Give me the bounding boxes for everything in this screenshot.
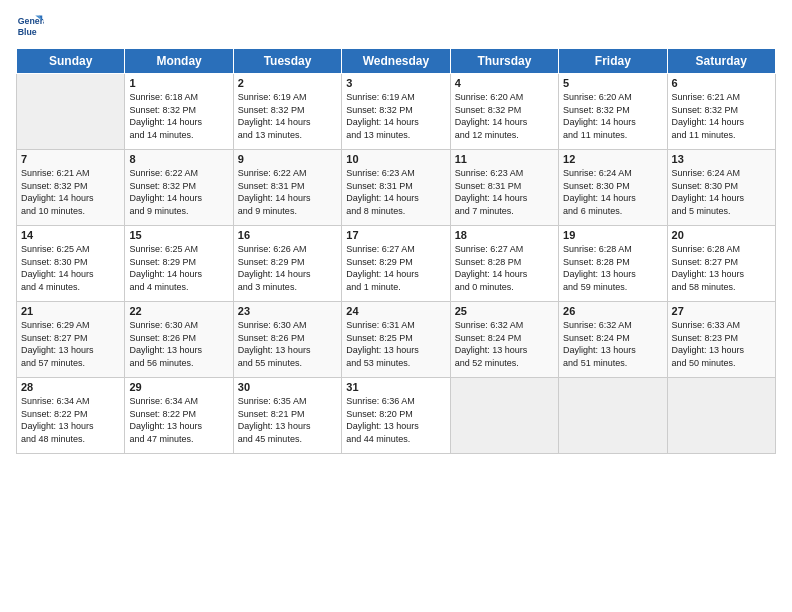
cell-content: Sunrise: 6:28 AM Sunset: 8:27 PM Dayligh…	[672, 243, 771, 293]
calendar-cell: 23Sunrise: 6:30 AM Sunset: 8:26 PM Dayli…	[233, 302, 341, 378]
calendar-cell	[559, 378, 667, 454]
calendar-cell: 2Sunrise: 6:19 AM Sunset: 8:32 PM Daylig…	[233, 74, 341, 150]
date-number: 22	[129, 305, 228, 317]
date-number: 8	[129, 153, 228, 165]
calendar-day-header: Friday	[559, 49, 667, 74]
cell-content: Sunrise: 6:26 AM Sunset: 8:29 PM Dayligh…	[238, 243, 337, 293]
calendar-cell: 13Sunrise: 6:24 AM Sunset: 8:30 PM Dayli…	[667, 150, 775, 226]
header: General Blue	[16, 12, 776, 40]
calendar-cell: 16Sunrise: 6:26 AM Sunset: 8:29 PM Dayli…	[233, 226, 341, 302]
calendar-cell: 30Sunrise: 6:35 AM Sunset: 8:21 PM Dayli…	[233, 378, 341, 454]
cell-content: Sunrise: 6:21 AM Sunset: 8:32 PM Dayligh…	[21, 167, 120, 217]
svg-text:Blue: Blue	[18, 27, 37, 37]
cell-content: Sunrise: 6:25 AM Sunset: 8:30 PM Dayligh…	[21, 243, 120, 293]
calendar-cell: 26Sunrise: 6:32 AM Sunset: 8:24 PM Dayli…	[559, 302, 667, 378]
date-number: 31	[346, 381, 445, 393]
calendar-cell: 24Sunrise: 6:31 AM Sunset: 8:25 PM Dayli…	[342, 302, 450, 378]
cell-content: Sunrise: 6:19 AM Sunset: 8:32 PM Dayligh…	[346, 91, 445, 141]
cell-content: Sunrise: 6:35 AM Sunset: 8:21 PM Dayligh…	[238, 395, 337, 445]
calendar-cell: 10Sunrise: 6:23 AM Sunset: 8:31 PM Dayli…	[342, 150, 450, 226]
calendar-cell: 7Sunrise: 6:21 AM Sunset: 8:32 PM Daylig…	[17, 150, 125, 226]
calendar-cell: 9Sunrise: 6:22 AM Sunset: 8:31 PM Daylig…	[233, 150, 341, 226]
cell-content: Sunrise: 6:21 AM Sunset: 8:32 PM Dayligh…	[672, 91, 771, 141]
calendar-week-row: 28Sunrise: 6:34 AM Sunset: 8:22 PM Dayli…	[17, 378, 776, 454]
date-number: 19	[563, 229, 662, 241]
calendar-day-header: Wednesday	[342, 49, 450, 74]
calendar-cell: 27Sunrise: 6:33 AM Sunset: 8:23 PM Dayli…	[667, 302, 775, 378]
cell-content: Sunrise: 6:22 AM Sunset: 8:32 PM Dayligh…	[129, 167, 228, 217]
cell-content: Sunrise: 6:23 AM Sunset: 8:31 PM Dayligh…	[346, 167, 445, 217]
cell-content: Sunrise: 6:18 AM Sunset: 8:32 PM Dayligh…	[129, 91, 228, 141]
date-number: 10	[346, 153, 445, 165]
date-number: 9	[238, 153, 337, 165]
cell-content: Sunrise: 6:34 AM Sunset: 8:22 PM Dayligh…	[129, 395, 228, 445]
cell-content: Sunrise: 6:23 AM Sunset: 8:31 PM Dayligh…	[455, 167, 554, 217]
date-number: 3	[346, 77, 445, 89]
calendar-cell: 12Sunrise: 6:24 AM Sunset: 8:30 PM Dayli…	[559, 150, 667, 226]
cell-content: Sunrise: 6:27 AM Sunset: 8:28 PM Dayligh…	[455, 243, 554, 293]
calendar-week-row: 21Sunrise: 6:29 AM Sunset: 8:27 PM Dayli…	[17, 302, 776, 378]
cell-content: Sunrise: 6:36 AM Sunset: 8:20 PM Dayligh…	[346, 395, 445, 445]
logo: General Blue	[16, 12, 48, 40]
date-number: 6	[672, 77, 771, 89]
calendar-cell	[450, 378, 558, 454]
date-number: 13	[672, 153, 771, 165]
calendar-body: 1Sunrise: 6:18 AM Sunset: 8:32 PM Daylig…	[17, 74, 776, 454]
calendar-day-header: Saturday	[667, 49, 775, 74]
cell-content: Sunrise: 6:30 AM Sunset: 8:26 PM Dayligh…	[238, 319, 337, 369]
date-number: 25	[455, 305, 554, 317]
calendar-cell: 14Sunrise: 6:25 AM Sunset: 8:30 PM Dayli…	[17, 226, 125, 302]
calendar-cell: 1Sunrise: 6:18 AM Sunset: 8:32 PM Daylig…	[125, 74, 233, 150]
calendar-cell: 15Sunrise: 6:25 AM Sunset: 8:29 PM Dayli…	[125, 226, 233, 302]
calendar-cell: 31Sunrise: 6:36 AM Sunset: 8:20 PM Dayli…	[342, 378, 450, 454]
calendar-cell: 8Sunrise: 6:22 AM Sunset: 8:32 PM Daylig…	[125, 150, 233, 226]
date-number: 29	[129, 381, 228, 393]
date-number: 12	[563, 153, 662, 165]
logo-icon: General Blue	[16, 12, 44, 40]
cell-content: Sunrise: 6:29 AM Sunset: 8:27 PM Dayligh…	[21, 319, 120, 369]
date-number: 27	[672, 305, 771, 317]
cell-content: Sunrise: 6:25 AM Sunset: 8:29 PM Dayligh…	[129, 243, 228, 293]
calendar-week-row: 1Sunrise: 6:18 AM Sunset: 8:32 PM Daylig…	[17, 74, 776, 150]
cell-content: Sunrise: 6:24 AM Sunset: 8:30 PM Dayligh…	[563, 167, 662, 217]
calendar-cell: 5Sunrise: 6:20 AM Sunset: 8:32 PM Daylig…	[559, 74, 667, 150]
calendar-cell: 28Sunrise: 6:34 AM Sunset: 8:22 PM Dayli…	[17, 378, 125, 454]
date-number: 20	[672, 229, 771, 241]
calendar-cell	[667, 378, 775, 454]
cell-content: Sunrise: 6:32 AM Sunset: 8:24 PM Dayligh…	[563, 319, 662, 369]
date-number: 28	[21, 381, 120, 393]
date-number: 30	[238, 381, 337, 393]
calendar-day-header: Monday	[125, 49, 233, 74]
date-number: 7	[21, 153, 120, 165]
cell-content: Sunrise: 6:28 AM Sunset: 8:28 PM Dayligh…	[563, 243, 662, 293]
cell-content: Sunrise: 6:31 AM Sunset: 8:25 PM Dayligh…	[346, 319, 445, 369]
calendar-cell: 20Sunrise: 6:28 AM Sunset: 8:27 PM Dayli…	[667, 226, 775, 302]
calendar-cell: 19Sunrise: 6:28 AM Sunset: 8:28 PM Dayli…	[559, 226, 667, 302]
cell-content: Sunrise: 6:19 AM Sunset: 8:32 PM Dayligh…	[238, 91, 337, 141]
date-number: 11	[455, 153, 554, 165]
calendar-cell: 29Sunrise: 6:34 AM Sunset: 8:22 PM Dayli…	[125, 378, 233, 454]
calendar-cell: 21Sunrise: 6:29 AM Sunset: 8:27 PM Dayli…	[17, 302, 125, 378]
cell-content: Sunrise: 6:24 AM Sunset: 8:30 PM Dayligh…	[672, 167, 771, 217]
date-number: 17	[346, 229, 445, 241]
calendar-cell: 6Sunrise: 6:21 AM Sunset: 8:32 PM Daylig…	[667, 74, 775, 150]
date-number: 5	[563, 77, 662, 89]
calendar-table: SundayMondayTuesdayWednesdayThursdayFrid…	[16, 48, 776, 454]
calendar-week-row: 7Sunrise: 6:21 AM Sunset: 8:32 PM Daylig…	[17, 150, 776, 226]
cell-content: Sunrise: 6:30 AM Sunset: 8:26 PM Dayligh…	[129, 319, 228, 369]
cell-content: Sunrise: 6:33 AM Sunset: 8:23 PM Dayligh…	[672, 319, 771, 369]
calendar-cell: 3Sunrise: 6:19 AM Sunset: 8:32 PM Daylig…	[342, 74, 450, 150]
cell-content: Sunrise: 6:20 AM Sunset: 8:32 PM Dayligh…	[563, 91, 662, 141]
calendar-cell: 4Sunrise: 6:20 AM Sunset: 8:32 PM Daylig…	[450, 74, 558, 150]
calendar-cell: 17Sunrise: 6:27 AM Sunset: 8:29 PM Dayli…	[342, 226, 450, 302]
cell-content: Sunrise: 6:27 AM Sunset: 8:29 PM Dayligh…	[346, 243, 445, 293]
date-number: 26	[563, 305, 662, 317]
calendar-week-row: 14Sunrise: 6:25 AM Sunset: 8:30 PM Dayli…	[17, 226, 776, 302]
date-number: 16	[238, 229, 337, 241]
calendar-cell: 22Sunrise: 6:30 AM Sunset: 8:26 PM Dayli…	[125, 302, 233, 378]
calendar-cell: 25Sunrise: 6:32 AM Sunset: 8:24 PM Dayli…	[450, 302, 558, 378]
calendar-cell	[17, 74, 125, 150]
date-number: 21	[21, 305, 120, 317]
date-number: 2	[238, 77, 337, 89]
date-number: 4	[455, 77, 554, 89]
